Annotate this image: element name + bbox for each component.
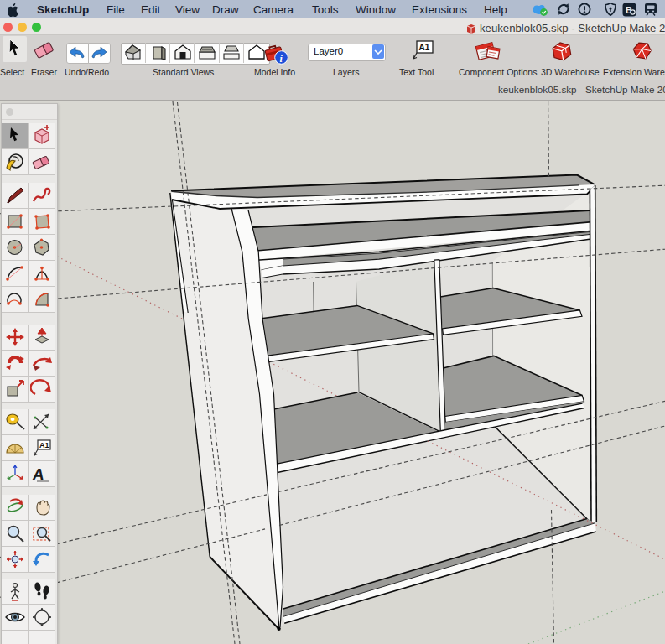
svg-text:A1: A1 bbox=[39, 441, 49, 449]
svg-text:A: A bbox=[32, 465, 46, 483]
svg-text:A1: A1 bbox=[419, 43, 430, 52]
